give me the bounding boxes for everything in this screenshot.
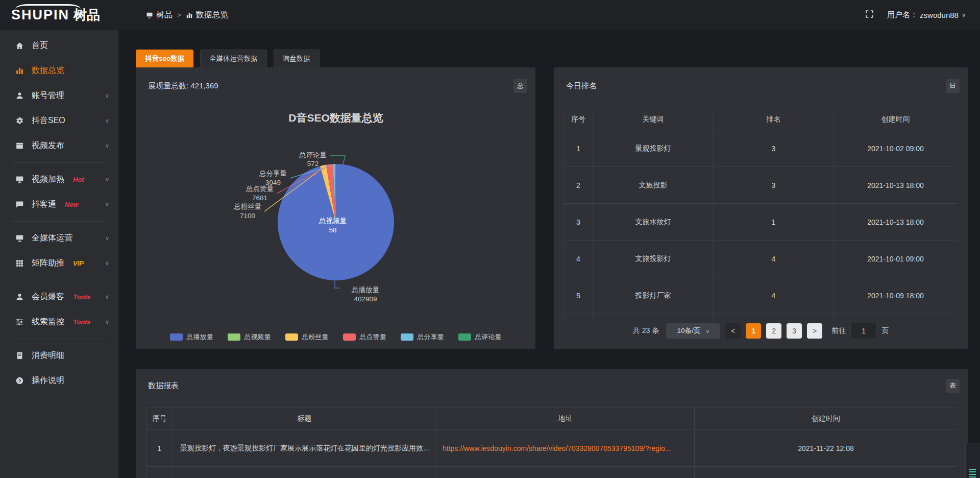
breadcrumb-separator: >: [177, 11, 181, 19]
page-button-2[interactable]: 2: [766, 323, 781, 339]
legend-item-总视频量[interactable]: 总视频量: [228, 332, 271, 342]
tab-inquiry[interactable]: 询盘数据: [274, 50, 320, 68]
tab-douyin-seo[interactable]: 抖音seo数据: [136, 50, 193, 68]
cell-index: 2: [564, 167, 593, 204]
cell-keyword: 投影灯厂家: [593, 277, 714, 314]
tab-media-operation[interactable]: 全媒体运营数据: [200, 50, 267, 68]
chevron-down-icon: ∨: [105, 319, 109, 325]
breadcrumb-item-home[interactable]: 树品: [146, 10, 173, 20]
cell-index: 1: [146, 430, 173, 467]
chevron-down-icon: ∨: [105, 117, 109, 124]
cell-rank: 3: [714, 130, 834, 167]
chevron-down-icon: ∨: [962, 12, 966, 18]
cell-created: 2021-10-13 18:00: [834, 167, 958, 204]
ranking-panel: 今日排名 日 序号 关键词 排名 创建时间 1景观投影灯32021-10-02 …: [554, 67, 968, 349]
report-panel: 数据报表 表 序号 标题 地址 创建时间 1 景观投影灯，夜游景观投影灯厂家展示…: [136, 369, 968, 478]
svg-text:?: ?: [18, 378, 21, 384]
table-header-row: 序号 关键词 排名 创建时间: [564, 109, 958, 130]
sidebar-badge-Tools: Tools: [73, 293, 90, 301]
monitor-icon: [15, 175, 24, 184]
sidebar-item-抖音SEO[interactable]: 抖音SEO∨: [0, 108, 118, 133]
table-row: 5投影灯厂家42021-10-09 18:00: [564, 277, 958, 314]
table-row: 1景观投影灯32021-10-02 09:00: [564, 130, 958, 167]
sidebar-item-视频加热[interactable]: 视频加热Hot∨: [0, 167, 118, 192]
impressions-label: 展现量总数:: [148, 81, 188, 90]
sidebar-item-线索监控[interactable]: 线索监控Tools∨: [0, 309, 118, 334]
chart-legend: 总播放量总视频量总粉丝量总点赞量总分享量总评论量: [136, 332, 535, 342]
sidebar-item-首页[interactable]: 首页: [0, 33, 118, 58]
cell-created: 2021-10-01 09:00: [834, 241, 958, 277]
cell-keyword: 文旅水纹灯: [593, 204, 714, 241]
cell-created: 2021-10-13 18:00: [834, 204, 958, 241]
legend-swatch: [458, 333, 471, 341]
home-icon: [15, 41, 24, 50]
legend-item-总粉丝量[interactable]: 总粉丝量: [285, 332, 329, 342]
sidebar-item-全媒体运营[interactable]: 全媒体运营∨: [0, 226, 118, 251]
sidebar-item-label: 消费明细: [32, 350, 64, 361]
next-page-button[interactable]: >: [807, 323, 822, 339]
table-badge[interactable]: 表: [946, 379, 960, 393]
total-badge[interactable]: 总: [513, 79, 527, 93]
day-badge[interactable]: 日: [946, 79, 960, 93]
prev-page-button[interactable]: <: [725, 323, 741, 339]
report-panel-title: 数据报表: [148, 381, 179, 391]
bar-chart-icon: [15, 66, 24, 75]
cell-rank: 3: [714, 167, 834, 204]
sidebar-item-操作说明[interactable]: ?操作说明: [0, 368, 118, 393]
sidebar-item-账号管理[interactable]: 账号管理∨: [0, 83, 118, 108]
col-rank: 排名: [714, 109, 834, 130]
col-index: 序号: [146, 408, 173, 430]
sidebar-badge-Tools: Tools: [73, 318, 90, 326]
floating-service-widget[interactable]: [965, 443, 980, 478]
sidebar-item-消费明细[interactable]: 消费明细: [0, 343, 118, 368]
sidebar-item-数据总览[interactable]: 数据总览: [0, 58, 118, 83]
slice-label-总播放量: 总播放量: [351, 286, 379, 294]
page-button-3[interactable]: 3: [787, 323, 802, 339]
cell-index: 1: [564, 130, 593, 167]
widget-bars-icon: [969, 467, 976, 478]
slice-value-总评论量: 572: [307, 160, 319, 168]
divider: [13, 339, 106, 339]
sidebar-item-抖客通[interactable]: 抖客通New∨: [0, 192, 118, 217]
sidebar-item-label: 矩阵助推: [32, 258, 64, 269]
sidebar-item-label: 视频加热: [32, 174, 64, 185]
user-menu[interactable]: 用户名： zswodun88 ∨: [887, 10, 966, 20]
bar-chart-icon: [186, 12, 193, 19]
fullscreen-icon[interactable]: [865, 10, 874, 20]
sidebar-nav: 首页数据总览账号管理∨抖音SEO∨视频发布∨视频加热Hot∨抖客通New∨全媒体…: [0, 30, 118, 478]
goto-page-input[interactable]: [850, 323, 877, 339]
receipt-icon: [15, 351, 24, 360]
legend-item-总评论量[interactable]: 总评论量: [458, 332, 502, 342]
legend-item-总点赞量[interactable]: 总点赞量: [343, 332, 386, 342]
page-size-select[interactable]: 10条/页 ∨: [666, 323, 720, 339]
user-icon: [15, 91, 24, 100]
sidebar-item-会员爆客[interactable]: 会员爆客Tools∨: [0, 284, 118, 309]
username-label: 用户名：: [887, 10, 918, 20]
sidebar-item-label: 操作说明: [32, 375, 64, 386]
col-created: 创建时间: [695, 408, 958, 430]
col-created: 创建时间: [834, 109, 958, 130]
legend-item-总分享量[interactable]: 总分享量: [401, 332, 444, 342]
pagination-total: 共 23 条: [633, 326, 659, 336]
sidebar-item-视频发布[interactable]: 视频发布∨: [0, 133, 118, 158]
legend-swatch: [343, 333, 356, 341]
sidebar-badge-New: New: [65, 201, 79, 208]
table-row-partial: [146, 467, 958, 478]
page-button-1[interactable]: 1: [746, 323, 761, 339]
cell-index: 4: [564, 241, 593, 277]
sidebar-item-矩阵助推[interactable]: 矩阵助推VIP∨: [0, 251, 118, 276]
cell-rank: 4: [714, 277, 834, 314]
cell-created: 2021-11-22 12:08: [695, 430, 958, 467]
cell-url-link[interactable]: https://www.iesdouyin.com/share/video/70…: [436, 430, 695, 467]
username-value: zswodun88: [920, 11, 959, 19]
page-size-value: 10条/页: [677, 326, 701, 336]
breadcrumb-item-current[interactable]: 数据总览: [186, 10, 229, 20]
legend-item-总播放量[interactable]: 总播放量: [170, 332, 213, 342]
ranking-panel-title: 今日排名: [566, 81, 597, 91]
sidebar-item-label: 视频发布: [32, 140, 64, 151]
chevron-down-icon: ∨: [105, 176, 109, 183]
data-tabs: 抖音seo数据 全媒体运营数据 询盘数据: [136, 50, 320, 68]
breadcrumb: 树品 > 数据总览: [146, 10, 229, 20]
label-line-总播放量: [335, 280, 340, 288]
gear-icon: [15, 116, 24, 125]
